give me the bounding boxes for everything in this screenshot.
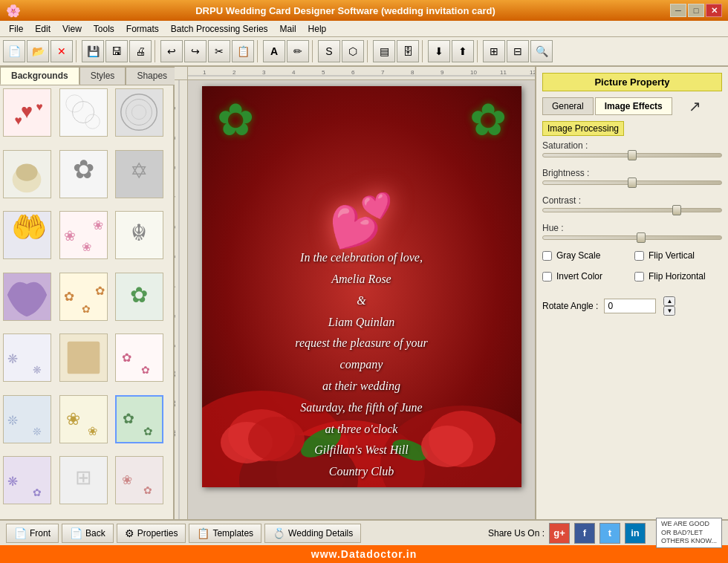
bg-thumb-19[interactable]: ❋✿ [3, 456, 51, 504]
minimize-button[interactable]: ─ [670, 4, 686, 17]
menu-view[interactable]: View [56, 22, 88, 36]
google-plus-button[interactable]: g+ [549, 523, 570, 544]
wedding-details-button[interactable]: 💍 Wedding Details [264, 524, 361, 543]
tb-save[interactable]: 💾 [82, 40, 104, 62]
tb-save2[interactable]: 🖫 [105, 40, 128, 62]
tb-new[interactable]: 📄 [3, 40, 25, 62]
bg-thumb-11[interactable]: ✿✿✿ [59, 273, 108, 321]
menu-mail[interactable]: Mail [274, 22, 302, 36]
bg-thumb-2[interactable] [59, 88, 108, 137]
fliphorizontal-checkbox[interactable] [634, 272, 644, 282]
saturation-slider[interactable] [542, 153, 722, 157]
svg-text:11: 11 [175, 400, 177, 407]
bg-thumb-18[interactable]: ✿✿ [115, 395, 163, 443]
bg-thumb-7[interactable]: 🤲 [3, 211, 51, 259]
bg-thumb-12[interactable]: ✿ [115, 273, 163, 321]
tab-bar: Backgrounds Styles Shapes [0, 67, 173, 85]
bg-thumb-6[interactable]: ✡ [115, 150, 163, 198]
bg-thumb-3[interactable] [115, 88, 163, 137]
back-button[interactable]: 📄 Back [62, 524, 114, 543]
tb-barcode[interactable]: ▤ [373, 40, 395, 62]
properties-icon: ⚙ [125, 527, 134, 539]
bg-thumb-16[interactable]: ❊❊ [3, 395, 51, 443]
tab-shapes[interactable]: Shapes [126, 67, 178, 85]
bg-thumb-13[interactable]: ❋❋ [3, 333, 51, 382]
tb-align[interactable]: ⊞ [483, 40, 505, 62]
menu-file[interactable]: File [3, 22, 29, 36]
svg-text:✿: ✿ [82, 304, 91, 315]
rotate-down-button[interactable]: ▼ [663, 306, 675, 316]
tab-backgrounds[interactable]: Backgrounds [0, 67, 79, 85]
svg-text:10: 10 [175, 371, 177, 377]
status-bar: 📄 Front 📄 Back ⚙ Properties 📋 Templates … [0, 519, 728, 545]
hue-slider[interactable] [542, 235, 722, 240]
tb-zoom-in[interactable]: 🔍 [530, 40, 553, 62]
properties-button[interactable]: ⚙ Properties [117, 524, 186, 543]
invertcolor-checkbox[interactable] [542, 272, 552, 282]
card-canvas[interactable]: ✿ ✿ 💕 In the celebration of love, Amelia… [202, 86, 521, 487]
menu-formats[interactable]: Formats [120, 22, 165, 36]
tab-image-effects[interactable]: Image Effects [595, 97, 672, 115]
bg-thumb-1[interactable]: ♥♥♥ [3, 88, 51, 137]
bg-thumb-17[interactable]: ❀❀ [59, 395, 108, 443]
tb-db[interactable]: 🗄 [397, 40, 419, 62]
menu-tools[interactable]: Tools [88, 22, 120, 36]
hue-label: Hue : [542, 223, 722, 233]
tb-text[interactable]: A [263, 40, 285, 62]
front-button[interactable]: 📄 Front [6, 524, 59, 543]
tab-general[interactable]: General [542, 97, 594, 115]
flipvertical-checkbox[interactable] [634, 251, 644, 261]
brightness-slider[interactable] [542, 180, 722, 185]
wedding-label: Wedding Details [288, 528, 353, 538]
tb-close[interactable]: ✕ [51, 40, 73, 62]
svg-text:9: 9 [441, 69, 444, 76]
tb-copy[interactable]: 📋 [232, 40, 254, 62]
bg-thumb-21[interactable]: ❀✿ [115, 456, 163, 504]
bg-thumb-20[interactable]: ⊞ [59, 456, 108, 504]
ruler-horizontal: 123 456 789 101112 [188, 67, 535, 80]
menu-batch[interactable]: Batch Processing Series [165, 22, 274, 36]
website-url[interactable]: www.Datadoctor.in [311, 548, 417, 560]
grayscale-checkbox[interactable] [542, 251, 552, 261]
facebook-button[interactable]: f [574, 523, 595, 544]
grayscale-label: Gray Scale [556, 250, 600, 261]
bg-thumb-14[interactable] [59, 333, 108, 382]
back-label: Back [85, 528, 105, 538]
invertcolor-row: Invert Color [542, 271, 630, 282]
tb-redo[interactable]: ↪ [184, 40, 207, 62]
grayscale-row: Gray Scale [542, 250, 630, 261]
tb-shape2[interactable]: ⬡ [342, 40, 364, 62]
menu-help[interactable]: Help [302, 22, 333, 36]
close-button[interactable]: ✕ [706, 4, 722, 17]
bg-thumb-8[interactable]: ❀❀❀ [59, 211, 108, 259]
svg-text:❊: ❊ [7, 413, 18, 428]
tb-undo[interactable]: ↩ [160, 40, 183, 62]
contrast-slider[interactable] [542, 208, 722, 212]
svg-text:7: 7 [381, 69, 385, 76]
tb-open[interactable]: 📂 [27, 40, 49, 62]
bg-thumb-4[interactable] [3, 150, 51, 198]
tb-grid[interactable]: ⊟ [507, 40, 529, 62]
bg-thumb-15[interactable]: ✿✿ [115, 333, 163, 382]
tb-cut[interactable]: ✂ [208, 40, 230, 62]
bg-thumb-9[interactable]: ☬ [115, 211, 163, 259]
menu-edit[interactable]: Edit [29, 22, 56, 36]
backgrounds-grid: ♥♥♥ ✿ ✡ 🤲 [0, 85, 173, 519]
twitter-button[interactable]: t [599, 523, 620, 544]
tb-import[interactable]: ⬇ [428, 40, 450, 62]
svg-text:❀: ❀ [82, 241, 91, 253]
tab-styles[interactable]: Styles [79, 67, 126, 85]
tb-print-preview[interactable]: 🖨 [129, 40, 152, 62]
hue-property: Hue : [542, 223, 722, 240]
linkedin-button[interactable]: in [625, 523, 646, 544]
templates-button[interactable]: 📋 Templates [189, 524, 261, 543]
tb-export[interactable]: ⬆ [452, 40, 474, 62]
bg-thumb-10[interactable] [3, 273, 51, 321]
maximize-button[interactable]: □ [688, 4, 704, 17]
rotate-input[interactable] [604, 299, 656, 313]
bg-thumb-5[interactable]: ✿ [59, 150, 108, 198]
svg-text:☬: ☬ [131, 220, 147, 246]
rotate-up-button[interactable]: ▲ [663, 296, 675, 306]
tb-draw[interactable]: ✏ [287, 40, 309, 62]
tb-shape1[interactable]: S [318, 40, 340, 62]
